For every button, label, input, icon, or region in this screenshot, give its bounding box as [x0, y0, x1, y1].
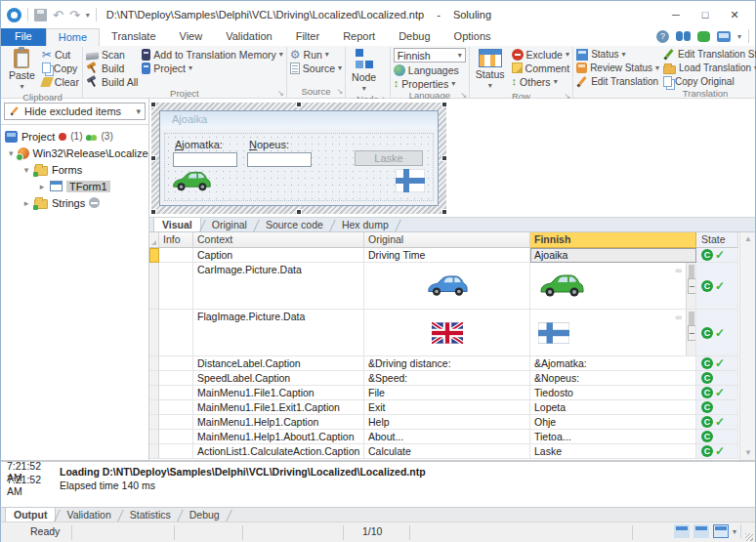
save-icon[interactable]: [34, 9, 47, 21]
preview-speed-label[interactable]: Nopeus:: [249, 139, 289, 150]
collapse-icon[interactable]: ▾: [9, 148, 14, 158]
languages-button[interactable]: Languages: [394, 63, 466, 76]
find-icon[interactable]: [676, 31, 691, 41]
collapse-icon[interactable]: ▾: [22, 165, 30, 175]
language-select[interactable]: Finnish▾: [394, 48, 466, 63]
resize-handle[interactable]: [441, 209, 447, 215]
build-button[interactable]: Build: [86, 62, 138, 74]
view-grid-icon[interactable]: [674, 524, 690, 538]
run-button[interactable]: ⚙Run▾: [290, 48, 342, 61]
more-options-icon[interactable]: ▾: [737, 32, 741, 41]
close-button[interactable]: ✕: [720, 4, 749, 25]
tab-source-code[interactable]: Source code: [258, 218, 331, 231]
column-header-info[interactable]: Info: [159, 232, 193, 248]
finnish-cell[interactable]: Laske: [530, 444, 696, 459]
view-split-icon[interactable]: [693, 524, 709, 538]
tree-filter-select[interactable]: Hide excluded items ▾: [4, 103, 146, 120]
grid-scrollbar[interactable]: ▲ ▼: [739, 232, 755, 460]
tab-visual[interactable]: Visual: [153, 217, 201, 231]
tab-file[interactable]: File: [1, 28, 46, 46]
maximize-button[interactable]: □: [691, 4, 720, 25]
dialog-launcher-icon[interactable]: ↘: [336, 87, 343, 96]
redo-icon[interactable]: ↷: [69, 9, 80, 21]
table-row[interactable]: Caption Driving Time Ajoaika C✓: [149, 248, 739, 263]
resize-handle[interactable]: [441, 102, 447, 107]
finnish-cell[interactable]: Ajoaika: [530, 248, 696, 263]
resize-handle[interactable]: [441, 155, 447, 161]
project-button[interactable]: Project▾: [142, 62, 283, 74]
resize-handle[interactable]: [150, 155, 156, 161]
collapse-cell-button[interactable]: –: [688, 325, 696, 341]
finnish-cell[interactable]: &Nopeus:: [530, 371, 696, 386]
tab-original[interactable]: Original: [204, 218, 255, 231]
tab-home[interactable]: Home: [46, 28, 100, 46]
resize-handle[interactable]: [150, 209, 156, 215]
finnish-cell[interactable]: &Ajomatka:: [530, 356, 696, 371]
tab-options[interactable]: Options: [442, 28, 503, 46]
tree-item-tform1[interactable]: ▸ TForm1: [1, 178, 148, 194]
tab-validation-bottom[interactable]: Validation: [59, 508, 118, 521]
properties-button[interactable]: ↕Properties▾: [394, 77, 466, 90]
table-row[interactable]: MainMenu1.File1.Caption File Tiedosto C✓: [149, 386, 739, 400]
finnish-cell[interactable]: Ohje: [530, 415, 696, 430]
view-full-icon[interactable]: [713, 524, 729, 538]
finnish-image-cell[interactable]: ∞ –: [530, 310, 696, 356]
tab-hex-dump[interactable]: Hex dump: [334, 218, 397, 231]
tab-translate[interactable]: Translate: [100, 28, 167, 46]
preview-calculate-button[interactable]: Laske: [355, 150, 423, 166]
tree-item-exe[interactable]: ▾ Win32\Release\Localized.exe: [1, 145, 148, 161]
grid-corner-header[interactable]: [149, 232, 159, 248]
resize-grip[interactable]: [745, 533, 753, 541]
preview-distance-label[interactable]: Ajomatka:: [175, 139, 223, 150]
minimize-button[interactable]: ─: [661, 4, 691, 25]
finnish-image-cell[interactable]: ∞ –: [530, 263, 696, 310]
load-translation-button[interactable]: Load Translation▾: [663, 62, 756, 74]
tab-statistics[interactable]: Statistics: [122, 508, 179, 521]
scroll-up-icon[interactable]: ▲: [740, 232, 755, 246]
copy-button[interactable]: Copy: [42, 62, 79, 74]
translation-status-button[interactable]: Status▾: [576, 48, 659, 61]
table-row[interactable]: MainMenu1.File1.Exit1.Caption Exit Lopet…: [149, 400, 739, 415]
resize-handle[interactable]: [150, 102, 156, 107]
feedback-balloon-icon[interactable]: [697, 31, 710, 42]
add-to-translation-memory-button[interactable]: Add to Translation Memory▾: [142, 48, 283, 61]
clear-button[interactable]: Clear: [42, 75, 79, 88]
review-status-button[interactable]: Review Status▾: [576, 62, 659, 74]
table-row[interactable]: FlagImage.Picture.Data: [149, 310, 739, 356]
column-header-state[interactable]: State: [696, 232, 738, 248]
tab-view[interactable]: View: [168, 28, 215, 46]
table-row[interactable]: DistanceLabel.Caption &Driving distance:…: [149, 356, 739, 371]
tab-debug[interactable]: Debug: [387, 28, 441, 46]
customize-qat-icon[interactable]: ▾: [86, 11, 90, 20]
preview-distance-input[interactable]: [173, 152, 237, 167]
copy-original-button[interactable]: Copy Original: [663, 75, 756, 88]
column-header-finnish[interactable]: Finnish: [530, 232, 696, 248]
row-others-button[interactable]: ↕Others▾: [512, 75, 570, 88]
resize-handle[interactable]: [296, 102, 302, 107]
dialog-launcher-icon[interactable]: ↘: [277, 89, 284, 98]
tab-filter[interactable]: Filter: [284, 28, 331, 46]
cut-button[interactable]: ✂Cut: [42, 48, 79, 61]
resize-handle[interactable]: [296, 209, 302, 215]
node-button[interactable]: Node ▾: [349, 48, 379, 94]
expand-icon[interactable]: ▸: [38, 182, 46, 191]
preview-car-image[interactable]: [171, 169, 212, 194]
tab-output[interactable]: Output: [5, 507, 56, 521]
edit-translation-state-button[interactable]: Edit Translation State: [663, 48, 756, 61]
monitor-icon[interactable]: [717, 31, 731, 42]
scan-button[interactable]: Scan: [86, 48, 138, 61]
column-header-context[interactable]: Context: [193, 232, 364, 248]
tab-report[interactable]: Report: [331, 28, 387, 46]
edit-translation-button[interactable]: Edit Translation: [576, 75, 659, 88]
exclude-button[interactable]: Exclude▾: [512, 48, 570, 61]
collapse-cell-button[interactable]: –: [688, 278, 696, 294]
build-all-button[interactable]: Build All: [86, 75, 138, 88]
preview-flag-image[interactable]: [396, 169, 425, 192]
column-header-original[interactable]: Original: [364, 232, 530, 248]
row-status-button[interactable]: Status ▾: [473, 48, 508, 91]
table-row[interactable]: ActionList1.CalculateAction.Caption Calc…: [149, 444, 739, 459]
scroll-down-icon[interactable]: ▼: [740, 446, 755, 460]
finnish-cell[interactable]: Tiedosto: [530, 386, 696, 400]
row-comment-button[interactable]: Comment: [512, 62, 570, 74]
preview-speed-input[interactable]: [247, 152, 312, 167]
